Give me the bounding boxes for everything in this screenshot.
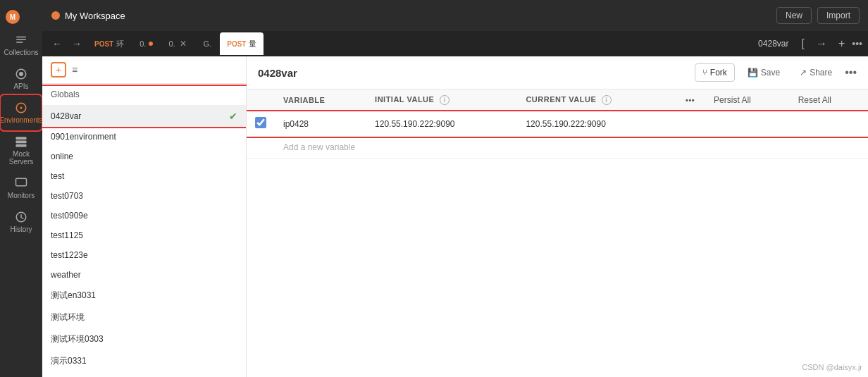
row-checkbox[interactable] [255, 117, 266, 128]
tab-arrow-button[interactable]: → [812, 36, 831, 51]
top-bar: My Workspace New Import [42, 0, 868, 31]
env-sidebar: + ≡ Globals 0428var✔0901environmentonlin… [42, 56, 247, 377]
env-item-label: 测试环境 [51, 311, 237, 323]
env-item-weather[interactable]: weather [42, 265, 246, 285]
tab-2-label: 0. [140, 39, 146, 48]
svg-point-10 [51, 11, 60, 20]
env-list: 0428var✔0901environmentonlinetesttest070… [42, 106, 246, 377]
sidebar-item-monitors[interactable]: Monitors [1, 171, 41, 205]
env-item-label: test [51, 171, 237, 181]
add-row-placeholder[interactable]: Add a new variable [275, 137, 868, 159]
env-item-label: 0428var [51, 111, 226, 121]
apis-icon [15, 68, 27, 80]
env-item-label: 演示0331 [51, 355, 237, 367]
tab-bar: ← → POST 环 0. 0. ✕ G. POST 量 0428var [ → [42, 31, 868, 56]
share-button[interactable]: ↗ Share [793, 64, 839, 81]
env-active-check-icon: ✔ [229, 111, 237, 122]
sidebar-item-mock-servers[interactable]: Mock Servers [1, 130, 41, 171]
env-item-label: test0703 [51, 191, 237, 201]
svg-rect-6 [16, 137, 27, 140]
current-value-info-icon[interactable]: i [602, 95, 612, 105]
tab-new-button[interactable]: + [834, 36, 849, 51]
tab-4-label: G. [204, 39, 212, 48]
env-item-test0909e[interactable]: test0909e [42, 206, 246, 225]
tab-3[interactable]: 0. ✕ [161, 32, 194, 55]
persist-all-button[interactable]: Persist All [714, 95, 751, 105]
th-reset: Reset All [790, 89, 868, 111]
env-item-test1223e[interactable]: test1223e [42, 245, 246, 265]
env-item-test0703[interactable]: test0703 [42, 186, 246, 206]
env-item-测试环境0303[interactable]: 测试环境0303 [42, 328, 246, 350]
variable-table-body: ip0428 120.55.190.222:9090 120.55.190.22… [247, 111, 868, 159]
tab-forward-button[interactable]: → [68, 35, 86, 52]
tab-5-label: 量 [249, 39, 256, 49]
tab-more-button[interactable]: ••• [852, 38, 862, 49]
env-item-0901environment[interactable]: 0901environment [42, 127, 246, 147]
watermark: CSDN @daisyx.jr [802, 363, 862, 371]
main-panel-title: 0428var [258, 67, 297, 79]
workspace-icon [51, 11, 61, 20]
initial-value-info-icon[interactable]: i [440, 95, 450, 105]
tab-1[interactable]: POST 环 [87, 32, 131, 55]
sidebar-item-apis[interactable]: APIs [1, 62, 41, 96]
new-button[interactable]: New [776, 7, 812, 24]
env-globals-item[interactable]: Globals [42, 84, 246, 106]
app-container: My Workspace New Import ← → POST 环 0. 0.… [42, 0, 868, 377]
tab-1-method: POST [94, 40, 113, 48]
env-item-演示0331[interactable]: 演示0331 [42, 350, 246, 372]
row-variable-name[interactable]: ip0428 [275, 111, 366, 137]
th-checkbox [247, 89, 275, 111]
tab-bar-right: 0428var [ → + ••• [752, 36, 862, 51]
env-item-test[interactable]: test [42, 166, 246, 186]
monitors-icon [15, 177, 27, 190]
svg-point-3 [19, 72, 23, 76]
add-env-button[interactable]: + [51, 62, 66, 78]
save-button[interactable]: 💾 Save [740, 64, 787, 81]
main-panel: 0428var ⑂ Fork 💾 Save ↗ Share ••• [247, 56, 868, 377]
variable-table-container: VARIABLE INITIAL VALUE i CURRENT VALUE i… [247, 89, 868, 377]
fork-icon: ⑂ [702, 68, 707, 78]
env-item-测试en3031[interactable]: 测试en3031 [42, 285, 246, 307]
env-item-test1125[interactable]: test1125 [42, 225, 246, 245]
more-actions-button[interactable]: ••• [845, 66, 857, 79]
content-area: + ≡ Globals 0428var✔0901environmentonlin… [42, 56, 868, 377]
fork-button[interactable]: ⑂ Fork [695, 63, 735, 82]
tab-add-button[interactable]: [ [797, 36, 808, 51]
tab-3-close[interactable]: ✕ [178, 39, 188, 49]
sidebar-item-environments[interactable]: Environments [1, 96, 41, 130]
svg-rect-2 [16, 42, 23, 43]
workspace-name: My Workspace [51, 11, 125, 21]
import-button[interactable]: Import [817, 7, 860, 24]
env-item-演示环境[interactable]: 演示环境 [42, 372, 246, 377]
tab-5[interactable]: POST 量 [220, 32, 264, 55]
sidebar-item-history[interactable]: History [1, 205, 41, 239]
tab-5-method: POST [227, 40, 246, 48]
env-item-测试环境[interactable]: 测试环境 [42, 307, 246, 328]
tab-back-button[interactable]: ← [48, 35, 66, 52]
add-variable-row[interactable]: Add a new variable [247, 137, 868, 159]
svg-rect-0 [16, 37, 26, 38]
share-icon: ↗ [800, 68, 807, 78]
sidebar-item-collections[interactable]: Collections [1, 28, 41, 62]
env-item-label: test1223e [51, 250, 237, 260]
row-current-value[interactable]: 120.55.190.222:9090 [517, 111, 677, 137]
env-item-label: test1125 [51, 230, 237, 240]
tab-1-label: 环 [116, 39, 124, 49]
svg-rect-9 [16, 178, 27, 186]
tab-3-label: 0. [168, 39, 175, 48]
env-item-label: test0909e [51, 211, 237, 221]
row-initial-value[interactable]: 120.55.190.222:9090 [366, 111, 517, 137]
svg-rect-1 [16, 39, 26, 41]
variable-table: VARIABLE INITIAL VALUE i CURRENT VALUE i… [247, 89, 868, 159]
workspace-header[interactable]: M [0, 6, 42, 28]
row-reset-cell [790, 111, 868, 137]
save-icon: 💾 [748, 68, 758, 78]
svg-rect-7 [16, 141, 27, 144]
reset-all-button[interactable]: Reset All [798, 95, 831, 105]
tab-2[interactable]: 0. [132, 32, 160, 55]
env-item-online[interactable]: online [42, 147, 246, 166]
th-initial-value: INITIAL VALUE i [366, 89, 517, 111]
tab-4[interactable]: G. [197, 32, 219, 55]
env-item-0428var[interactable]: 0428var✔ [42, 106, 246, 127]
filter-env-button[interactable]: ≡ [70, 62, 79, 78]
